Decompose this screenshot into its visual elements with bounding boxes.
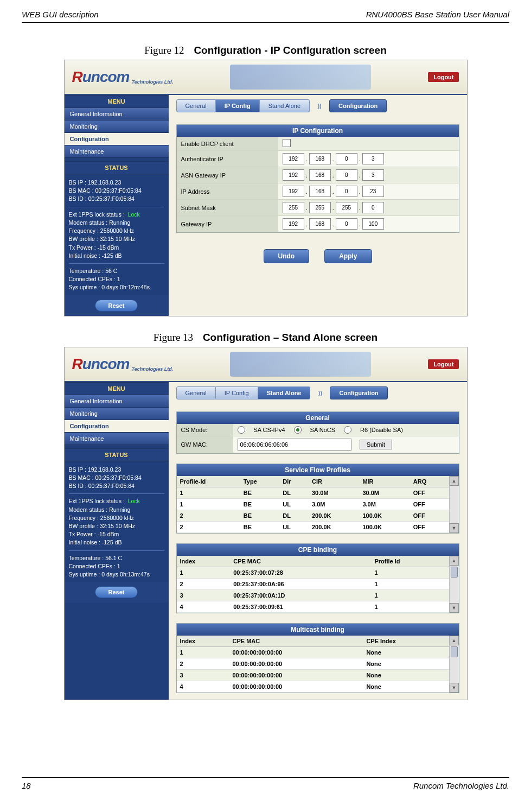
main-area: General IP Config Stand Alone )) Configu… (169, 95, 467, 316)
scroll-down-icon-2[interactable]: ▼ (450, 603, 459, 613)
sidebar-item-general-info[interactable]: General Information (65, 108, 169, 120)
scroll-up-icon-2[interactable]: ▲ (450, 556, 459, 566)
table-row[interactable]: 200:25:37:00:0A:961 (177, 578, 449, 589)
status-bs-mac: BS MAC : 00:25:37:F0:05:84 (69, 187, 164, 195)
sfp-h0: Profile-Id (177, 476, 240, 487)
sidebar-item-monitoring[interactable]: Monitoring (65, 120, 169, 133)
footer-left: 18 (22, 781, 31, 790)
general-panel-title: General (177, 412, 459, 424)
scrollbar-2[interactable]: ▲ ▼ (449, 556, 459, 613)
cpe-h0: Index (177, 556, 231, 567)
apply-button[interactable]: Apply (324, 249, 372, 263)
sidebar-2: MENU General Information Monitoring Conf… (65, 382, 169, 700)
gw-mac-input[interactable] (238, 439, 351, 451)
tab-row-2: General IP Config Stand Alone )) Configu… (176, 386, 459, 399)
status-block-2: BS IP : 192.168.0.23 BS MAC : 00:25:37:F… (65, 461, 169, 582)
dhcp-label: Enable DHCP client (177, 137, 278, 151)
radio-r6[interactable] (344, 426, 351, 434)
arrow-icon-2: )) (312, 387, 328, 399)
table-row[interactable]: 1BEDL30.0M30.0MOFF (177, 487, 449, 498)
ip-addr-input[interactable]: . . . (283, 186, 455, 197)
sidebar-item-maintenance[interactable]: Maintenance (65, 145, 169, 158)
chrome-header: Runcom Technologies Ltd. Logout (65, 60, 467, 95)
fig12-bold: Configuration - IP Configuration screen (194, 45, 386, 56)
reset-button-2[interactable]: Reset (95, 586, 138, 598)
sfp-table: Profile-Id Type Dir CIR MIR ARQ 1BEDL30.… (177, 476, 449, 533)
scroll-down-icon[interactable]: ▼ (450, 523, 459, 533)
scroll-up-icon[interactable]: ▲ (450, 476, 459, 486)
status-temp: Temperature : 56 C (69, 267, 164, 275)
status-uptime: Sys uptime : 0 days 0h:12m:48s (69, 283, 164, 291)
auth-ip-input[interactable]: . . . (283, 153, 455, 164)
gw-ip-input[interactable]: . . . (283, 218, 455, 230)
submit-button[interactable]: Submit (360, 440, 392, 449)
scroll-up-icon-3[interactable]: ▲ (450, 636, 459, 645)
header-left: WEB GUI description (22, 10, 99, 19)
scroll-thumb[interactable] (451, 567, 458, 578)
asn-gw-label: ASN Gateway IP (177, 167, 278, 183)
scroll-down-icon-3[interactable]: ▼ (450, 683, 459, 693)
table-row[interactable]: 200:00:00:00:00:00None (177, 658, 449, 669)
status-bw: BW profile : 32:15 10 MHz (69, 235, 164, 243)
sfp-panel: Service Flow Profiles Profile-Id Type Di… (176, 464, 459, 534)
tab-ip-config[interactable]: IP Config (216, 99, 260, 112)
menu-header-2: MENU (65, 382, 169, 395)
radio-sa-cs-ipv4[interactable] (238, 426, 245, 434)
dhcp-checkbox[interactable] (283, 139, 291, 147)
tab-stand-alone[interactable]: Stand Alone (260, 99, 310, 112)
gw-ip-label: Gateway IP (177, 216, 278, 232)
status-1pps-2: Ext 1PPS lock status : Lock (69, 497, 164, 505)
tab-general[interactable]: General (176, 99, 216, 112)
table-row[interactable]: 2BEUL200.0K100.0KOFF (177, 521, 449, 532)
status-bs-ip-2: BS IP : 192.168.0.23 (69, 466, 164, 474)
table-row[interactable]: 100:25:37:00:07:281 (177, 567, 449, 578)
logo-sub-2: Technologies Ltd. (132, 366, 174, 372)
sidebar-item-configuration-2[interactable]: Configuration (65, 420, 169, 433)
sidebar-item-monitoring-2[interactable]: Monitoring (65, 408, 169, 420)
scrollbar-3[interactable]: ▲ ▼ (449, 636, 459, 693)
status-cpes: Connected CPEs : 1 (69, 275, 164, 283)
sidebar-item-general-info-2[interactable]: General Information (65, 395, 169, 408)
cpe-h2: Profile Id (371, 556, 449, 567)
header-right: RNU4000BS Base Station User Manual (366, 10, 509, 19)
sfp-h1: Type (240, 476, 279, 487)
status-temp-2: Temperature : 56.1 C (69, 554, 164, 562)
table-row[interactable]: 100:00:00:00:00:00None (177, 646, 449, 658)
scrollbar[interactable]: ▲ ▼ (449, 476, 459, 533)
status-bs-ip: BS IP : 192.168.0.23 (69, 179, 164, 187)
tab-general-2[interactable]: General (176, 386, 216, 399)
sidebar-item-configuration[interactable]: Configuration (65, 133, 169, 145)
reset-button[interactable]: Reset (95, 300, 138, 312)
table-row[interactable]: 2BEDL200.0K100.0KOFF (177, 510, 449, 521)
asn-gw-input[interactable]: . . . (283, 169, 455, 181)
fig13-bold: Configuration – Stand Alone screen (203, 332, 378, 343)
cpe-panel: CPE binding Index CPE MAC Profile Id 100… (176, 543, 459, 613)
undo-button[interactable]: Undo (264, 249, 310, 263)
sfp-panel-title: Service Flow Profiles (177, 464, 459, 476)
status-noise-2: Initial noise : -125 dB (69, 538, 164, 547)
tab-stand-alone-2[interactable]: Stand Alone (258, 386, 311, 399)
status-bs-mac-2: BS MAC : 00:25:37:F0:05:84 (69, 474, 164, 482)
mc-panel: Multicast binding Index CPE MAC CPE Inde… (176, 623, 459, 693)
logout-button-2[interactable]: Logout (428, 359, 459, 369)
table-row[interactable]: 300:00:00:00:00:00None (177, 669, 449, 681)
table-row[interactable]: 400:25:37:00:09:611 (177, 601, 449, 612)
status-tx-2: Tx Power : -15 dBm (69, 530, 164, 538)
status-bw-2: BW profile : 32:15 10 MHz (69, 522, 164, 530)
radio-sa-nocs[interactable] (294, 426, 302, 434)
radio-r6-label: R6 (Disable SA) (360, 427, 403, 433)
logout-button[interactable]: Logout (428, 72, 459, 82)
subnet-input[interactable]: . . . (283, 202, 455, 213)
table-row[interactable]: 400:00:00:00:00:00None (177, 681, 449, 692)
table-row[interactable]: 300:25:37:00:0A:1D1 (177, 589, 449, 601)
footer-right: Runcom Technologies Ltd. (413, 781, 509, 790)
table-row[interactable]: 1BEUL3.0M3.0MOFF (177, 498, 449, 510)
tab-ip-config-2[interactable]: IP Config (216, 386, 258, 399)
sidebar-item-maintenance-2[interactable]: Maintenance (65, 433, 169, 445)
cpe-table: Index CPE MAC Profile Id 100:25:37:00:07… (177, 556, 449, 613)
chrome-header-2: Runcom Technologies Ltd. Logout (65, 347, 467, 382)
mc-panel-title: Multicast binding (177, 624, 459, 636)
status-uptime-2: Sys uptime : 0 days 0h:13m:47s (69, 570, 164, 579)
scroll-thumb-3[interactable] (451, 646, 458, 657)
fig12-lead: Figure 12 (144, 45, 184, 56)
